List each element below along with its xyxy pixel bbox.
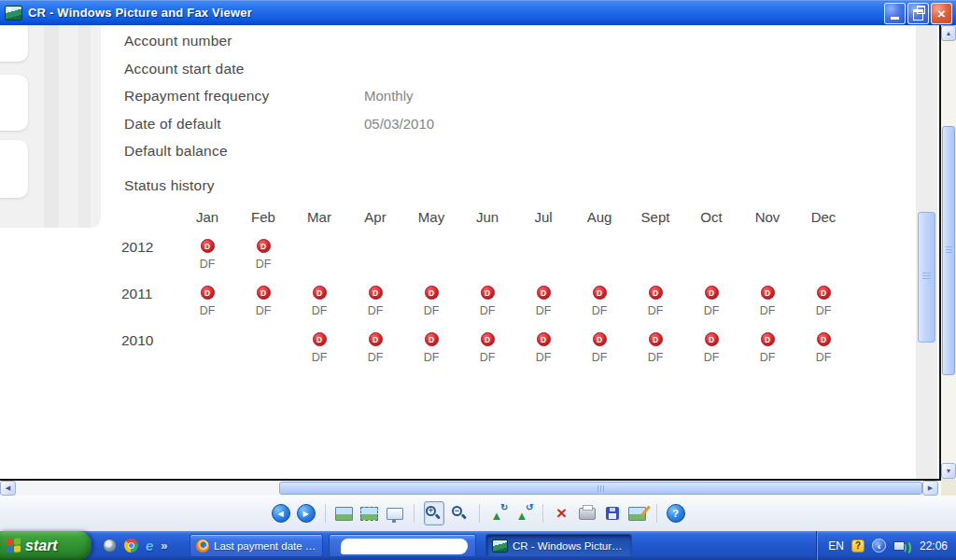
language-indicator[interactable]: EN: [828, 539, 844, 553]
default-badge: D: [593, 286, 607, 300]
month-header: Aug: [571, 209, 627, 233]
previous-image-button[interactable]: ◀: [272, 502, 290, 525]
status-cell: DDF: [459, 280, 515, 327]
close-button[interactable]: ×: [931, 3, 952, 24]
rotate-arrow-glyph: ↻: [500, 502, 508, 512]
status-cell: DDF: [179, 233, 235, 280]
horizontal-scroll-thumb[interactable]: [279, 482, 922, 495]
status-code: DF: [648, 304, 664, 317]
minimize-button[interactable]: [884, 3, 906, 24]
scroll-right-button[interactable]: ▶: [922, 481, 938, 496]
start-label: start: [25, 538, 58, 554]
vertical-scrollbar[interactable]: ▲ ▼: [941, 25, 956, 479]
best-fit-button[interactable]: [335, 502, 354, 525]
status-history-title: Status history: [124, 177, 215, 194]
field-label: Account start date: [124, 61, 245, 77]
status-cell: DDF: [459, 327, 515, 373]
default-badge: D: [313, 286, 327, 300]
actual-size-button[interactable]: [360, 502, 379, 525]
network-status-icon[interactable]: [893, 539, 912, 553]
field-value: Monthly: [364, 88, 414, 104]
account-field-row: Account start date: [124, 61, 778, 89]
internet-explorer-icon[interactable]: e: [146, 539, 153, 553]
status-cell: DDF: [347, 280, 403, 327]
slideshow-button[interactable]: [386, 502, 404, 525]
help-button[interactable]: ?: [667, 502, 685, 525]
tray-balloon-icon[interactable]: ?: [851, 539, 865, 553]
status-cell: DDF: [235, 233, 291, 280]
delete-button[interactable]: ×: [553, 502, 571, 525]
default-badge: D: [761, 332, 775, 346]
print-icon: [579, 508, 596, 520]
default-badge: D: [705, 332, 719, 346]
account-fields: Account numberAccount start dateRepaymen…: [124, 33, 778, 171]
default-badge: D: [593, 332, 607, 346]
start-button[interactable]: start: [0, 531, 91, 560]
toolbar-separator: [325, 504, 326, 523]
sidebar-card: [0, 140, 28, 198]
rotate-clockwise-button[interactable]: ▲↻: [489, 502, 508, 525]
zoom-out-button[interactable]: −: [451, 502, 470, 525]
vertical-scroll-thumb[interactable]: [942, 126, 955, 375]
default-badge: D: [649, 286, 663, 300]
scroll-left-button[interactable]: ◀: [0, 481, 16, 496]
round-app-icon[interactable]: [103, 539, 117, 553]
status-code: DF: [480, 351, 496, 364]
year-label: 2011: [121, 280, 179, 327]
picture-viewer-icon: [492, 539, 508, 553]
next-image-button[interactable]: ▶: [297, 502, 316, 525]
taskbar-button-redacted[interactable]: [329, 534, 476, 557]
task-label: Last payment date - ...: [214, 540, 316, 552]
status-code: DF: [312, 304, 328, 317]
status-code: DF: [480, 304, 496, 317]
status-cell: [403, 233, 459, 280]
chrome-icon[interactable]: [124, 539, 138, 553]
status-code: DF: [816, 304, 832, 317]
status-code: DF: [704, 351, 720, 364]
default-badge: D: [313, 332, 327, 346]
minimize-icon: [891, 17, 899, 20]
month-header: May: [403, 209, 459, 233]
taskbar-button-firefox[interactable]: Last payment date - ...: [190, 534, 323, 557]
account-field-row: Default balance: [124, 143, 778, 171]
default-badge: D: [537, 286, 551, 300]
rotate-counterclockwise-button[interactable]: ▲↺: [514, 502, 533, 525]
taskbar-button-picture-viewer[interactable]: CR - Windows Picture...: [485, 534, 632, 557]
horizontal-scrollbar[interactable]: ◀ ▶: [0, 481, 939, 496]
status-cell: DDF: [571, 280, 627, 327]
month-header-row: JanFebMarAprMayJunJulAugSeptOctNovDec: [121, 209, 851, 233]
month-header: Mar: [291, 209, 347, 233]
status-cell: [347, 233, 403, 280]
status-code: DF: [648, 351, 664, 364]
zoom-in-button[interactable]: +: [424, 501, 444, 525]
month-header: Apr: [347, 209, 403, 233]
scroll-down-button[interactable]: ▼: [941, 463, 956, 479]
rotate-clockwise-icon: ▲↻: [489, 505, 508, 522]
hide-icons-chevron[interactable]: ‹: [872, 539, 886, 553]
status-code: DF: [424, 304, 440, 317]
status-code: DF: [424, 351, 440, 364]
status-cell: DDF: [515, 327, 571, 373]
save-button[interactable]: [603, 502, 622, 525]
system-tray: EN ? ‹ 22:06: [816, 531, 956, 560]
restore-button[interactable]: [907, 3, 929, 24]
sidebar-stripe: [44, 25, 59, 228]
print-button[interactable]: [578, 502, 597, 525]
month-header: Jun: [459, 209, 515, 233]
status-code: DF: [368, 351, 384, 364]
status-cell: DDF: [403, 327, 459, 373]
restore-icon: [913, 9, 923, 21]
status-history-row: 2010DDFDDFDDFDDFDDFDDFDDFDDFDDFDDF: [121, 327, 851, 373]
status-cell: DDF: [403, 280, 459, 327]
field-label: Account number: [124, 33, 232, 49]
viewer-toolbar: ◀▶+−▲↻▲↺×?: [0, 496, 956, 531]
quick-launch-overflow-chevron[interactable]: »: [161, 539, 167, 553]
default-badge: D: [425, 332, 439, 346]
toolbar-separator: [656, 504, 657, 523]
scroll-up-button[interactable]: ▲: [941, 25, 956, 41]
edit-button[interactable]: [628, 502, 647, 525]
default-badge: D: [649, 332, 663, 346]
window-controls: ×: [884, 3, 952, 24]
status-code: DF: [760, 304, 776, 317]
status-cell: [179, 327, 235, 373]
